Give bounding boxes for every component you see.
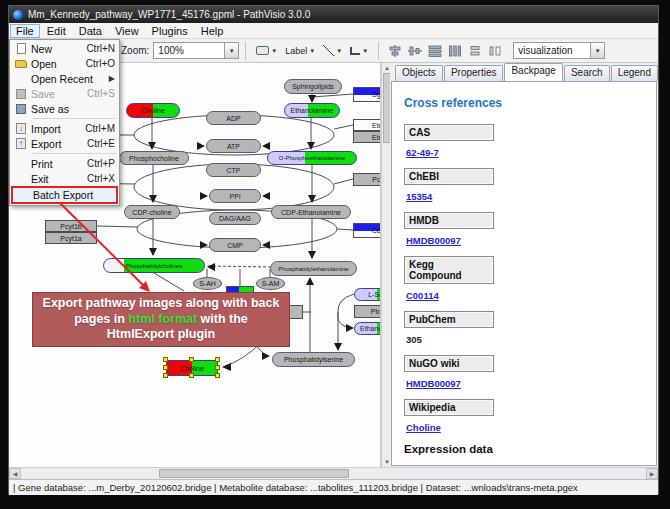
connector-tool-button[interactable]: ▼: [346, 41, 372, 60]
file-menu-item-import[interactable]: ↓ImportCtrl+M: [11, 121, 118, 136]
title-bar[interactable]: Mm_Kennedy_pathway_WP1771_45176.gpml - P…: [9, 6, 658, 23]
node-s-am[interactable]: S-AM: [256, 277, 285, 290]
file-menu-item-batch-export[interactable]: Batch Export: [11, 186, 118, 204]
stack-horizontal-button[interactable]: [485, 41, 505, 60]
file-menu-item-exit[interactable]: ExitCtrl+X: [11, 171, 118, 186]
node-phosphatidylserine[interactable]: Phosphatidylserine: [272, 352, 355, 367]
tab-backpage[interactable]: Backpage: [504, 63, 562, 81]
selection-handle[interactable]: [215, 373, 220, 378]
chevron-down-icon: ▼: [362, 48, 368, 54]
selection-handle[interactable]: [215, 365, 220, 370]
node-s-ah[interactable]: S-AH: [193, 277, 222, 290]
xref-title: Kegg Compound: [404, 256, 494, 284]
cross-references-heading: Cross references: [404, 96, 656, 110]
visualization-combobox[interactable]: visualization ▼: [513, 42, 605, 59]
scroll-right-arrow[interactable]: ▶: [646, 468, 658, 479]
xref-link[interactable]: C00114: [406, 290, 656, 301]
line-tool-button[interactable]: ▼: [319, 41, 346, 60]
node-atp[interactable]: ATP: [206, 139, 261, 153]
tab-objects[interactable]: Objects: [395, 65, 443, 81]
tab-search[interactable]: Search: [564, 65, 610, 81]
node-etnk2[interactable]: Etnk2: [353, 131, 381, 143]
tab-properties[interactable]: Properties: [444, 65, 504, 81]
node-ctp[interactable]: CTP: [206, 163, 261, 177]
horizontal-scroll-thumb[interactable]: [159, 469, 349, 478]
node-phosphatidylethanolamine[interactable]: Phosphatidylethanolamine: [270, 261, 357, 276]
datanode-tool-button[interactable]: ▼: [252, 41, 281, 60]
node-label: Pcyt2: [372, 176, 380, 183]
stack-vertical-button[interactable]: [465, 41, 485, 60]
node-choline-top[interactable]: Choline: [126, 103, 180, 118]
xref-link[interactable]: HMDB00097: [406, 235, 656, 246]
menu-edit[interactable]: Edit: [41, 24, 72, 38]
menu-plugins[interactable]: Plugins: [146, 24, 194, 38]
menu-item-label: New: [31, 43, 86, 55]
node-ptdss2[interactable]: Ptdss2: [354, 305, 381, 318]
elbow-connector-icon: [350, 47, 360, 55]
node-ppi[interactable]: PPi: [209, 189, 261, 203]
menu-data[interactable]: Data: [73, 24, 108, 38]
zoom-label: Zoom:: [121, 45, 149, 56]
file-menu-item-new[interactable]: NewCtrl+N: [11, 41, 118, 56]
selection-handle[interactable]: [163, 373, 168, 378]
align-center-button[interactable]: [385, 41, 405, 60]
node-sphingolipids[interactable]: Sphingolipids: [284, 79, 342, 94]
selection-handle[interactable]: [215, 357, 220, 362]
menu-help[interactable]: Help: [195, 24, 230, 38]
label-tool-button[interactable]: Label ▼: [281, 41, 319, 60]
visualization-dropdown-button[interactable]: ▼: [590, 43, 604, 58]
node-l-serine[interactable]: L-Serine: [354, 288, 381, 301]
chevron-down-icon: ▼: [271, 48, 277, 54]
node-pcyt1a[interactable]: Pcyt1a: [45, 232, 97, 244]
node-cept1[interactable]: Cept1: [353, 223, 381, 238]
file-menu-item-save[interactable]: SaveCtrl+S: [11, 86, 118, 101]
node-o-phosphoethanolamine[interactable]: O-Phosphoethanolamine: [267, 151, 357, 165]
node-label: PPi: [230, 193, 241, 200]
node-label: S-AH: [199, 280, 216, 287]
file-menu-item-open[interactable]: OpenCtrl+O: [11, 56, 118, 71]
file-menu-item-open-recent[interactable]: Open Recent▶: [11, 71, 118, 86]
scroll-left-arrow[interactable]: ◀: [9, 468, 21, 479]
node-adp[interactable]: ADP: [206, 111, 261, 125]
node-ethanolamine-top[interactable]: Ethanolamine: [284, 103, 340, 118]
distribute-vertical-button[interactable]: [425, 41, 445, 60]
node-pcyt1b[interactable]: Pcyt1b: [45, 220, 97, 232]
xref-value: 305: [406, 334, 656, 345]
node-cdp-ethanolamine[interactable]: CDP-Ethanolamine: [271, 205, 351, 219]
menu-item-shortcut: Ctrl+P: [87, 158, 115, 169]
menu-file[interactable]: File: [10, 24, 40, 38]
node-cdp-choline[interactable]: CDP-choline: [124, 205, 180, 219]
node-phosphocholine[interactable]: Phosphocholine: [119, 151, 189, 165]
export-icon: ↑: [16, 138, 26, 149]
distribute-horizontal-button[interactable]: [445, 41, 465, 60]
node-dag-aag[interactable]: DAG/AAG: [209, 212, 261, 225]
canvas-vertical-scrollbar[interactable]: ▲ ▼: [381, 63, 390, 467]
node-pcyt2[interactable]: Pcyt2: [353, 173, 381, 186]
selection-handle[interactable]: [189, 357, 194, 362]
selection-handle[interactable]: [189, 373, 194, 378]
file-menu-item-save-as[interactable]: Save as: [11, 101, 118, 116]
xref-link[interactable]: Choline: [406, 422, 656, 433]
node-etnk1[interactable]: Etnk1: [353, 119, 381, 131]
tab-legend[interactable]: Legend: [611, 65, 658, 81]
xref-link[interactable]: 62-49-7: [406, 147, 656, 158]
node-sgpl1[interactable]: Sgpl1: [353, 87, 381, 102]
backpage-content: Cross references CAS62-49-7ChEBI15354HMD…: [391, 81, 657, 466]
file-menu-item-print[interactable]: PrintCtrl+P: [11, 156, 118, 171]
selection-handle[interactable]: [163, 365, 168, 370]
menu-view[interactable]: View: [109, 24, 145, 38]
node-cmp[interactable]: CMP: [209, 238, 261, 252]
xref-link[interactable]: HMDB00097: [406, 378, 656, 389]
align-middle-button[interactable]: [405, 41, 425, 60]
node-label: ADP: [226, 115, 240, 122]
zoom-combobox[interactable]: 100% ▼: [153, 42, 239, 59]
xref-link[interactable]: 15354: [406, 191, 656, 202]
horizontal-scrollbar[interactable]: ◀ ▶: [9, 467, 658, 479]
node-ethanolamine-bottom[interactable]: Ethanolamine: [354, 322, 381, 335]
selection-handle[interactable]: [163, 357, 168, 362]
menu-item-label: Import: [31, 123, 85, 135]
node-label: Pcyt1b: [60, 223, 81, 230]
node-phosphatidylcholines[interactable]: Phosphatidylcholines: [103, 258, 205, 273]
file-menu-item-export[interactable]: ↑ExportCtrl+E: [11, 136, 118, 151]
zoom-dropdown-button[interactable]: ▼: [224, 43, 238, 58]
